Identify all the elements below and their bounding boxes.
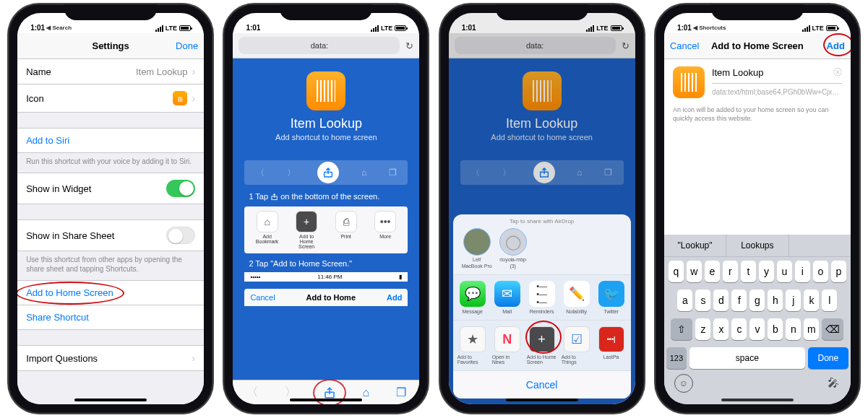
show-in-widget-cell[interactable]: Show in Widget (17, 173, 204, 204)
instruction-page: Item Lookup Add shortcut to home screen … (233, 58, 419, 380)
key-r[interactable]: r (723, 261, 738, 282)
action-favorites[interactable]: ★Add to Favorites (457, 326, 488, 365)
tabs-icon: ❐ (396, 386, 406, 399)
share-shortcut-button[interactable]: Share Shortcut (17, 305, 204, 330)
airdrop-target[interactable]: ◯rloyola-mbp(3) (499, 228, 527, 269)
plus-icon: + (296, 211, 317, 232)
key-a[interactable]: a (677, 289, 692, 311)
cancel-button[interactable]: Cancel (670, 40, 706, 51)
clear-icon[interactable]: ⓧ (833, 66, 842, 79)
shift-key[interactable]: ⇧ (671, 318, 692, 340)
tabs-icon: ❐ (389, 167, 397, 178)
key-z[interactable]: z (695, 318, 710, 340)
barcode-icon (681, 73, 697, 92)
add-button[interactable]: Add (809, 40, 845, 51)
key-b[interactable]: b (768, 318, 783, 340)
share-icon[interactable] (323, 386, 336, 399)
key-i[interactable]: i (795, 261, 810, 282)
barcode-icon: ||| (173, 91, 187, 105)
share-icon-highlight (317, 162, 339, 183)
phone-add-home: 1:01 ◀ ShortcutsLTE Cancel Add to Home S… (656, 4, 859, 413)
dictation-key[interactable]: 🎤︎ (828, 377, 839, 390)
phone-safari-intro: 1:01LTE data: ↻ Item Lookup Add shortcut… (224, 4, 428, 413)
key-y[interactable]: y (759, 261, 774, 282)
key-g[interactable]: g (749, 289, 765, 311)
airdrop-target[interactable]: LeifMacBook Pro (462, 228, 492, 269)
key-s[interactable]: s (695, 289, 710, 311)
shortcut-icon (306, 71, 345, 110)
import-questions-cell[interactable]: Import Questions› (17, 345, 204, 371)
done-key[interactable]: Done (808, 347, 848, 369)
key-f[interactable]: f (731, 289, 747, 311)
keyboard[interactable]: "Lookup" Lookups qwertyuiop asdfghjkl ⇧ … (664, 235, 851, 404)
icon-cell[interactable]: Icon |||› (17, 84, 204, 113)
key-x[interactable]: x (713, 318, 729, 340)
bookmarks-icon: ⌂ (257, 211, 278, 232)
share-sheet-toggle[interactable] (166, 227, 195, 244)
key-o[interactable]: o (813, 261, 828, 282)
add-to-siri-button[interactable]: Add to Siri (17, 128, 204, 153)
forward-icon: 〉 (285, 385, 296, 400)
action-lastpass[interactable]: •••|LastPa (596, 326, 627, 365)
action-news[interactable]: NOpen in News (492, 326, 523, 365)
app-notability[interactable]: ✏️Notability (562, 281, 592, 314)
action-add-home[interactable]: +Add to Home Screen (527, 326, 557, 365)
numbers-key[interactable]: 123 (666, 347, 687, 369)
widget-toggle[interactable] (166, 180, 195, 197)
suggestion[interactable]: "Lookup" (664, 235, 726, 256)
key-c[interactable]: c (731, 318, 747, 340)
done-button[interactable]: Done (162, 40, 198, 51)
url-field: data: (239, 37, 400, 54)
name-cell[interactable]: Name Item Lookup› (17, 59, 204, 84)
emoji-key[interactable]: ☺ (674, 374, 693, 393)
add-to-home-screen-button[interactable]: Add to Home Screen (17, 280, 204, 305)
backspace-key[interactable]: ⌫ (822, 318, 843, 340)
key-p[interactable]: p (831, 261, 846, 282)
app-messages[interactable]: 💬Message (457, 281, 488, 314)
key-v[interactable]: v (749, 318, 765, 340)
suggestion-bar: "Lookup" Lookups (664, 235, 851, 257)
key-k[interactable]: k (804, 289, 819, 311)
share-sheet: Tap to share with AirDrop LeifMacBook Pr… (453, 214, 631, 399)
news-icon: N (494, 326, 520, 352)
bookmarks-icon: ⌂ (362, 386, 369, 399)
show-in-share-sheet-cell[interactable]: Show in Share Sheet (17, 219, 204, 251)
mini-nav-preview: Cancel Add to Home Add (244, 289, 408, 306)
url-preview: data:text/html;base64,PGh0bWw+Cjx… (712, 88, 842, 96)
action-things[interactable]: ☑︎Add to Things (562, 326, 592, 365)
key-d[interactable]: d (713, 289, 729, 311)
suggestion[interactable] (789, 235, 851, 256)
key-u[interactable]: u (777, 261, 792, 282)
shortcut-icon (673, 66, 705, 98)
back-icon: 〈 (246, 385, 258, 400)
chevron-right-icon: › (192, 66, 195, 77)
phone-settings: 1:01 ◀ Search LTE Settings Done Name Ite… (9, 4, 212, 413)
notch (64, 4, 157, 20)
star-icon: ★ (460, 326, 486, 352)
name-field[interactable]: Item Lookup (712, 67, 764, 78)
app-mail[interactable]: ✉︎Mail (492, 281, 523, 314)
key-l[interactable]: l (822, 289, 837, 311)
safari-url-bar[interactable]: data: ↻ (233, 33, 419, 58)
suggestion[interactable]: Lookups (726, 235, 788, 256)
hint-text: An icon will be added to your home scree… (664, 105, 851, 123)
key-q[interactable]: q (669, 261, 684, 282)
cancel-button[interactable]: Cancel (453, 370, 631, 399)
key-n[interactable]: n (786, 318, 801, 340)
key-w[interactable]: w (687, 261, 702, 282)
more-icon: ••• (374, 211, 396, 232)
back-breadcrumb[interactable]: ◀ Search (46, 25, 72, 31)
app-twitter[interactable]: 🐦Twitter (596, 281, 627, 314)
print-icon: ⎙ (335, 211, 357, 232)
reload-icon[interactable]: ↻ (405, 40, 413, 51)
key-t[interactable]: t (741, 261, 756, 282)
back-breadcrumb[interactable]: ◀ Shortcuts (693, 25, 726, 31)
key-j[interactable]: j (786, 289, 801, 311)
nav-title: Add to Home Screen (711, 40, 804, 51)
key-m[interactable]: m (804, 318, 819, 340)
space-key[interactable]: space (689, 347, 805, 369)
nav-bar: Cancel Add to Home Screen Add (664, 33, 851, 59)
key-e[interactable]: e (705, 261, 720, 282)
key-h[interactable]: h (768, 289, 783, 311)
app-reminders[interactable]: •—•—•—Reminders (527, 281, 557, 314)
